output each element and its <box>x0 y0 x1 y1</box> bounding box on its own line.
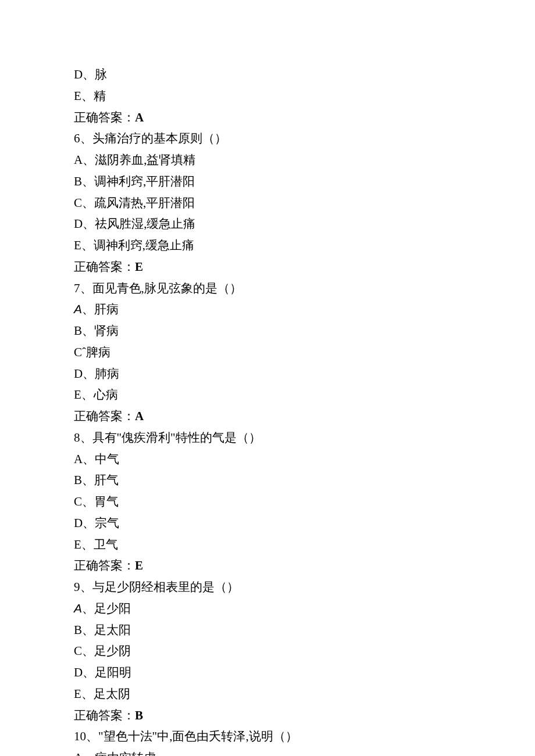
document-line: D、祛风胜湿,缓急止痛 <box>74 213 535 235</box>
answer-prefix: 正确答案： <box>74 260 135 274</box>
document-line: 正确答案：E <box>74 555 535 576</box>
answer-letter: A <box>135 409 144 423</box>
document-line: D、足阳明 <box>74 662 535 683</box>
document-line: A、滋阴养血,益肾填精 <box>74 149 535 171</box>
option-letter: A <box>74 601 82 615</box>
answer-letter: E <box>135 558 143 572</box>
document-line: A、中气 <box>74 449 535 470</box>
document-line: 正确答案：E <box>74 256 535 278</box>
answer-letter: B <box>135 708 143 722</box>
option-text: 、肝病 <box>82 302 119 316</box>
answer-prefix: 正确答案： <box>74 558 135 572</box>
document-line: A、足少阳 <box>74 598 535 619</box>
option-letter: A <box>74 302 82 316</box>
option-text: 、足少阳 <box>82 601 131 615</box>
answer-prefix: 正确答案： <box>74 409 135 423</box>
answer-letter: E <box>135 260 143 274</box>
document-line: B、肝气 <box>74 470 535 491</box>
document-line: 正确答案：B <box>74 705 535 726</box>
document-line: 8、具有"傀疾滑利"特性的气是（） <box>74 427 535 449</box>
document-line: E、心病 <box>74 384 535 406</box>
document-line: A、病由实转虚 <box>74 747 535 756</box>
document-line: B、足太阳 <box>74 619 535 641</box>
document-line: 正确答案：A <box>74 406 535 427</box>
document-line: C、胃气 <box>74 491 535 513</box>
answer-letter: A <box>135 110 144 124</box>
document-line: E、精 <box>74 85 535 107</box>
document-line: 9、与足少阴经相表里的是（） <box>74 576 535 598</box>
document-line: E、卫气 <box>74 534 535 556</box>
document-line: D、脉 <box>74 64 535 85</box>
document-line: E、调神利窍,缓急止痛 <box>74 235 535 256</box>
document-line: C、足少阴 <box>74 640 535 662</box>
answer-prefix: 正确答案： <box>74 110 135 124</box>
document-line: Cˆ脾病 <box>74 342 535 363</box>
document-line: E、足太阴 <box>74 683 535 705</box>
answer-prefix: 正确答案： <box>74 708 135 722</box>
document-line: B、肾病 <box>74 320 535 342</box>
document-line: D、宗气 <box>74 513 535 534</box>
document-line: A、肝病 <box>74 299 535 320</box>
document-line: 正确答案：A <box>74 107 535 128</box>
document-line: 6、头痛治疗的基本原则（） <box>74 128 535 149</box>
document-line: 10、"望色十法"中,面色由夭转泽,说明（） <box>74 726 535 747</box>
document-line: B、调神利窍,平肝潜阳 <box>74 171 535 192</box>
document-line: C、疏风清热,平肝潜阳 <box>74 192 535 214</box>
document-line: 7、面见青色,脉见弦象的是（） <box>74 278 535 299</box>
document-line: D、肺病 <box>74 363 535 385</box>
